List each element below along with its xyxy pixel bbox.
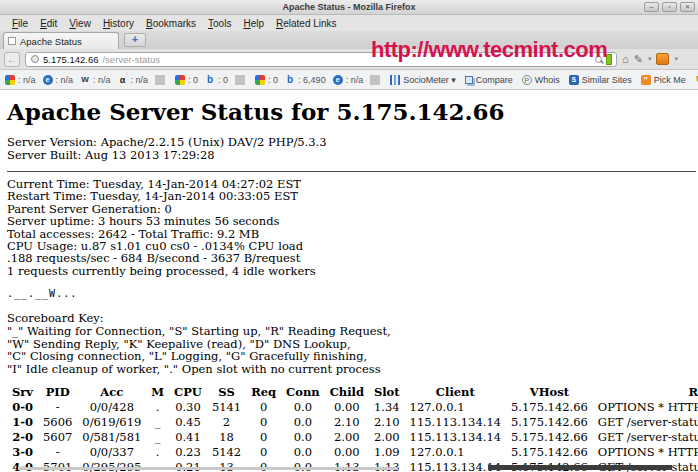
quill-icon[interactable]: ✎ xyxy=(634,52,643,67)
menu-bar: FileEditViewHistoryBookmarksToolsHelpRel… xyxy=(0,15,698,31)
maximize-button[interactable]: ▫ xyxy=(662,2,677,12)
column-header: PID xyxy=(38,385,77,400)
url-host: 5.175.142.66 xyxy=(43,54,98,65)
seo-stat: : 0 xyxy=(175,75,198,85)
google-icon xyxy=(175,75,185,85)
menu-item[interactable]: Help xyxy=(237,18,270,29)
table-row: 2-056070/581/581_0.411800.02.002.00115.1… xyxy=(7,430,698,445)
column-header: Client xyxy=(405,385,506,400)
server-built: Server Built: Aug 13 2013 17:29:28 xyxy=(7,149,698,162)
table-cell: 0/619/619 xyxy=(77,415,146,430)
wot-icon xyxy=(80,75,90,85)
title-bar: Apache Status - Mozilla Firefox – ▫ × xyxy=(0,0,698,15)
url-path: /server-status xyxy=(102,54,160,65)
table-cell: 5606 xyxy=(38,415,77,430)
table-header-row: SrvPIDAccMCPUSSReqConnChildSlotClientVHo… xyxy=(7,385,698,400)
blue-globe-icon xyxy=(43,75,53,85)
table-cell: - xyxy=(38,445,77,460)
column-header: M xyxy=(146,385,169,400)
page-title: Apache Server Status for 5.175.142.66 xyxy=(7,98,698,125)
new-tab-button[interactable]: + xyxy=(124,33,146,47)
table-cell: 0/0/337 xyxy=(77,445,146,460)
server-info: Current Time: Tuesday, 14-Jan-2014 04:27… xyxy=(7,178,698,277)
menu-item[interactable]: Related Links xyxy=(270,18,343,29)
seo-stat: : 6,490 xyxy=(285,75,326,85)
site-favicon-icon xyxy=(31,55,39,63)
seo-stat: : 0 xyxy=(255,75,278,85)
back-button[interactable]: ← xyxy=(4,52,20,67)
tab-apache-status[interactable]: Apache Status xyxy=(3,32,119,49)
seo-stats: : n/a: n/a: n/a: n/a: 0: 0: 0: 6,490: n/… xyxy=(5,75,383,85)
menu-item[interactable]: Bookmarks xyxy=(140,18,202,29)
toolbar-button[interactable]: SocioMeter ▾ xyxy=(390,75,456,85)
table-cell: 5142 xyxy=(207,445,246,460)
chevron-down-icon[interactable]: ▾ xyxy=(674,55,678,63)
table-cell: 0.0 xyxy=(281,445,325,460)
table-cell: 1-0 xyxy=(7,415,38,430)
scoreboard-key-line: "I" Idle cleanup of worker, "." Open slo… xyxy=(7,363,698,376)
table-cell: 2.10 xyxy=(369,415,405,430)
home-icon[interactable]: ⌂ xyxy=(622,52,629,67)
column-header: SS xyxy=(207,385,246,400)
chevron-down-icon[interactable]: ▾ xyxy=(648,55,652,63)
page-content: Apache Server Status for 5.175.142.66 Se… xyxy=(0,90,698,472)
column-header: Child xyxy=(325,385,369,400)
table-cell: 0 xyxy=(246,400,281,415)
seo-stat: : n/a xyxy=(5,75,36,85)
separator xyxy=(235,75,245,85)
table-cell: 2-0 xyxy=(7,430,38,445)
table-cell: 0.0 xyxy=(281,415,325,430)
table-cell: GET /server-status?refresh=5 HTTP/1.1 xyxy=(593,415,698,430)
table-cell: 2.00 xyxy=(325,430,369,445)
minimize-button[interactable]: – xyxy=(644,2,659,12)
menu-item[interactable]: History xyxy=(97,18,140,29)
cutoff-row-fragment xyxy=(488,465,672,470)
table-cell: _ xyxy=(146,415,169,430)
info-line: Restart Time: Tuesday, 14-Jan-2014 00:33… xyxy=(7,190,698,202)
column-header: CPU xyxy=(169,385,207,400)
table-cell: 0/581/581 xyxy=(77,430,146,445)
toolbar-button[interactable]: Whois xyxy=(522,75,560,85)
menu-item[interactable]: Tools xyxy=(202,18,237,29)
separator xyxy=(370,75,380,85)
scoreboard: .__.__W... xyxy=(7,288,698,299)
info-line: .188 requests/sec - 684 B/second - 3637 … xyxy=(7,252,698,264)
table-cell: OPTIONS * HTTP/1.0 xyxy=(593,400,698,415)
table-cell: 0.41 xyxy=(169,430,207,445)
window-title: Apache Status - Mozilla Firefox xyxy=(282,2,415,12)
column-header: Req xyxy=(246,385,281,400)
seo-stat xyxy=(235,75,248,85)
toolbar-button[interactable]: Similar Sites xyxy=(569,75,632,85)
toolbar-button[interactable]: Compare xyxy=(465,75,513,85)
compare-icon xyxy=(465,76,473,84)
toolbar-button[interactable]: Pick Me xyxy=(641,75,686,85)
seo-buttons: SocioMeter ▾CompareWhoisSimilar SitesPic… xyxy=(390,75,698,85)
column-header: VHost xyxy=(506,385,593,400)
panel-icon[interactable] xyxy=(656,53,669,65)
table-row: 3-0-0/0/337.0.23514200.00.001.09127.0.0.… xyxy=(7,445,698,460)
table-cell: 5.175.142.66 xyxy=(506,415,593,430)
table-cell: 0.23 xyxy=(169,445,207,460)
seo-stat: : 0 xyxy=(205,75,228,85)
table-cell: GET /server-status?refresh=5 HTTP/1.1 xyxy=(593,430,698,445)
table-cell: 2.00 xyxy=(369,430,405,445)
table-cell: 18 xyxy=(207,430,246,445)
table-cell: 0 xyxy=(246,445,281,460)
menu-item[interactable]: File xyxy=(6,18,34,29)
worker-table: SrvPIDAccMCPUSSReqConnChildSlotClientVHo… xyxy=(7,385,698,472)
bing-icon xyxy=(205,75,215,85)
table-cell: 5141 xyxy=(207,400,246,415)
divider xyxy=(7,171,696,172)
table-row: 0-0-0/0/428.0.30514100.00.001.34127.0.0.… xyxy=(7,400,698,415)
menu-item[interactable]: View xyxy=(63,18,97,29)
table-cell: 127.0.0.1 xyxy=(405,400,506,415)
table-cell: 0/0/428 xyxy=(77,400,146,415)
column-header: Conn xyxy=(281,385,325,400)
blue-globe-icon xyxy=(333,75,343,85)
watermark: http://www.tecmint.com xyxy=(371,37,607,63)
column-header: Srv xyxy=(7,385,38,400)
table-row: 1-056060/619/619_0.45200.02.102.10115.11… xyxy=(7,415,698,430)
menu-item[interactable]: Edit xyxy=(34,18,63,29)
close-button[interactable]: × xyxy=(680,2,695,12)
table-cell: 0.30 xyxy=(169,400,207,415)
